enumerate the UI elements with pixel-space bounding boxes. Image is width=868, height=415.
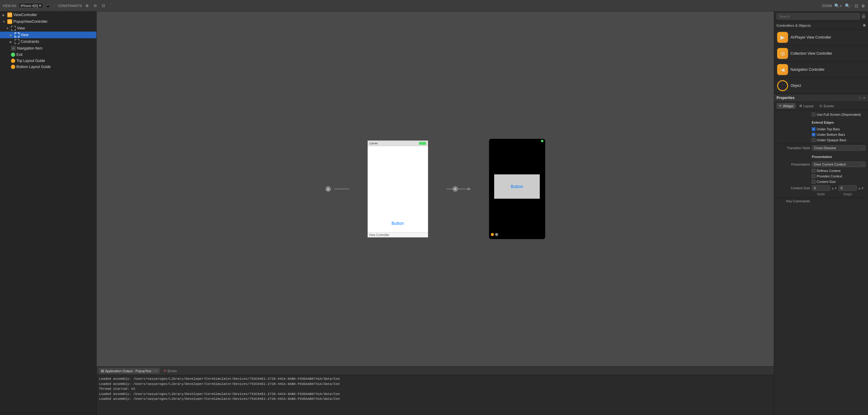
tab-close-btn[interactable]: □ ✕	[153, 369, 158, 373]
error-icon: ✕	[163, 369, 166, 373]
status-bar: Carrier ████	[368, 141, 428, 146]
under-top-bars-box[interactable]: ✓	[812, 127, 815, 131]
cursor-icon: ↖	[779, 104, 782, 108]
sim-button[interactable]: Button	[511, 184, 523, 189]
view-group-icon	[11, 26, 16, 31]
under-top-bars-label: Under Top Bars	[817, 127, 840, 131]
objects-header: Controllers & Objects ⊕	[774, 22, 868, 29]
content-size-label: Content Size	[777, 186, 810, 190]
provides-context-box[interactable]	[812, 174, 815, 178]
provides-context-label: Provides Context	[817, 174, 842, 178]
presentation-value: Over Current Context	[814, 163, 846, 166]
defines-context-checkbox[interactable]: Defines Context	[812, 169, 840, 172]
tree-label-bottom-layout-guide: Bottom Layout Guide	[17, 65, 51, 69]
stepper-up-icon[interactable]: ▲▼	[831, 187, 837, 190]
sim-dot-gray	[495, 233, 498, 236]
device-label: iPhone 4[S]	[21, 4, 38, 8]
object-item-navigation[interactable]: ◀ Navigation Controller	[774, 62, 868, 78]
defines-context-box[interactable]	[812, 169, 815, 172]
list-icon[interactable]: ☰	[862, 14, 866, 19]
tab-application-output[interactable]: ▤ Application Output - PopupTest □ ✕	[98, 368, 160, 374]
zoom-in-btn[interactable]: 🔍+	[834, 3, 842, 9]
sim-dot-yellow	[491, 233, 494, 236]
tab-widget[interactable]: ↖ Widget	[777, 103, 796, 109]
tree-item-bottom-layout-guide[interactable]: Bottom Layout Guide	[0, 64, 96, 70]
transition-style-select[interactable]: Cross Dissolve ⌄	[812, 145, 866, 151]
device-selector[interactable]: iPhone 4[S] ▾	[19, 3, 43, 8]
object-item-collection[interactable]: ⊞ Collection View Controller	[774, 45, 868, 62]
canvas-scroll[interactable]: ● Carrier ████ Button	[97, 11, 774, 366]
presentation-row: Presentation Over Current Context ⌄	[777, 162, 866, 167]
content-size-inputs: ▲▼ ▲▼	[812, 185, 864, 191]
under-bottom-bars-box[interactable]: ✓	[812, 133, 815, 136]
arrow-head	[468, 187, 471, 190]
constraint-options-btn[interactable]: ⊡	[101, 3, 106, 8]
right-search-row: ☰	[774, 11, 868, 22]
presentation-section-title: Presentation	[812, 155, 832, 159]
bottom-panel: ▤ Application Output - PopupTest □ ✕ ✕ E…	[97, 366, 774, 415]
tree-item-view[interactable]: ▶ View	[0, 32, 96, 38]
right-panel: ☰ Controllers & Objects ⊕ ▶ AVPlayer Vie…	[774, 11, 868, 415]
phone-footer: View Controller	[368, 232, 428, 237]
add-constraint-btn[interactable]: ⊕	[84, 3, 90, 8]
bottom-layout-guide-icon	[11, 65, 15, 69]
log-line-1: Loaded assembly: /Users/vasyarogov/Libra…	[99, 376, 771, 382]
phone-icon: 📱	[45, 4, 50, 8]
constraints-icon	[14, 39, 20, 44]
tree-label-constraints: Constraints	[21, 39, 39, 44]
object-item-avplayer[interactable]: ▶ AVPlayer View Controller	[774, 29, 868, 45]
separator	[54, 3, 54, 9]
props-close-btn[interactable]: ✕	[863, 96, 866, 100]
content-size-cb-label: Content Size	[817, 180, 836, 184]
popup-view-controller-scene[interactable]: Button	[489, 139, 545, 239]
stepper-up-icon2[interactable]: ▲▼	[858, 187, 864, 190]
height-label: Height	[839, 193, 857, 196]
tree-item-exit[interactable]: Exit	[0, 52, 96, 58]
object-label: Object	[790, 84, 801, 88]
tree-item-navigation-item[interactable]: ≡ Navigation Item	[0, 45, 96, 52]
tab-events[interactable]: ◎ Events	[817, 103, 836, 109]
width-input[interactable]	[812, 185, 830, 191]
use-full-screen-box[interactable]	[812, 113, 815, 116]
extend-edges-title: Extend Edges	[812, 121, 834, 124]
under-opaque-bars-checkbox[interactable]: Under Opaque Bars	[812, 138, 846, 142]
tree-item-view-group[interactable]: ▼ View	[0, 25, 96, 32]
props-minimize-btn[interactable]: □	[859, 96, 861, 100]
zoom-reset-btn[interactable]: ⊕	[861, 3, 866, 9]
key-commands-label: Key Commands	[777, 199, 810, 203]
layout-icon: ⊞	[799, 104, 802, 108]
under-bottom-bars-row: ✓ Under Bottom Bars	[777, 133, 866, 136]
properties-tabs: ↖ Widget ⊞ Layout ◎ Events	[774, 102, 868, 110]
height-input[interactable]	[839, 185, 857, 191]
under-bottom-bars-checkbox[interactable]: ✓ Under Bottom Bars	[812, 133, 845, 136]
object-item-object[interactable]: Object	[774, 78, 868, 94]
view-controller-scene[interactable]: Carrier ████ Button View Controller	[367, 140, 428, 237]
content-size-cb[interactable]: Content Size	[812, 180, 836, 184]
tree-item-popup-view-controller[interactable]: ▼ VC PopupViewController	[0, 18, 96, 25]
under-top-bars-checkbox[interactable]: ✓ Under Top Bars	[812, 127, 840, 131]
phone-button[interactable]: Button	[392, 221, 404, 226]
presentation-select[interactable]: Over Current Context ⌄	[812, 162, 866, 167]
canvas-inner: ● Carrier ████ Button	[222, 83, 648, 295]
zoom-fit-btn[interactable]: ⊡	[854, 3, 859, 9]
properties-body: Use Full Screen (Deprecated) Extend Edge…	[774, 110, 868, 415]
under-opaque-bars-box[interactable]	[812, 138, 815, 142]
transition-style-value: Cross Dissolve	[814, 146, 836, 150]
main-layout: ▶ VC ViewController ▼ VC PopupViewContro…	[0, 11, 868, 415]
remove-constraint-btn[interactable]: ⊖	[92, 3, 98, 8]
provides-context-checkbox[interactable]: Provides Context	[812, 174, 842, 178]
search-input[interactable]	[777, 13, 860, 20]
tab-layout[interactable]: ⊞ Layout	[797, 103, 816, 109]
tree-item-constraints[interactable]: ▶ Constraints	[0, 38, 96, 45]
footer-label: View Controller	[369, 233, 390, 237]
zoom-out-btn[interactable]: 🔍-	[844, 3, 852, 9]
use-full-screen-checkbox[interactable]: Use Full Screen (Deprecated)	[812, 113, 861, 116]
extend-edges-row: Extend Edges	[777, 118, 866, 125]
tree-item-view-controller[interactable]: ▶ VC ViewController	[0, 11, 96, 18]
content-size-cb-box[interactable]	[812, 180, 815, 184]
spacer	[831, 193, 837, 196]
expand-icon: ▼	[2, 20, 6, 23]
tree-item-top-layout-guide[interactable]: Top Layout Guide	[0, 58, 96, 64]
tab-errors[interactable]: ✕ Errors	[161, 368, 179, 374]
popup-icon: VC	[7, 19, 12, 24]
